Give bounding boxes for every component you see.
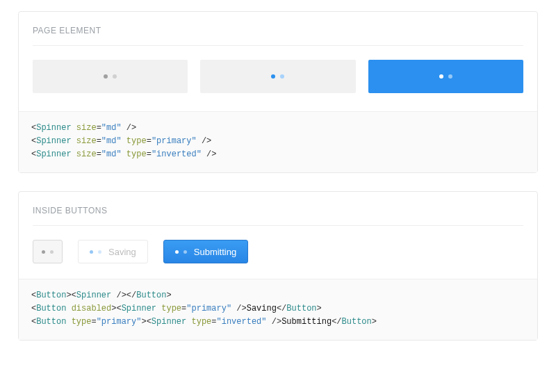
spinner-icon bbox=[42, 250, 54, 254]
spinner-tile-default bbox=[33, 60, 188, 93]
page-element-body: PAGE ELEMENT bbox=[19, 12, 537, 111]
page-element-card: PAGE ELEMENT <Spinner size="md" /> <Spin… bbox=[18, 11, 538, 173]
submitting-button[interactable]: Submitting bbox=[163, 240, 248, 263]
spinner-tile-inverted bbox=[368, 60, 523, 93]
code-snippet-inside-buttons: <Button><Spinner /></Button> <Button dis… bbox=[19, 279, 537, 340]
spinner-icon bbox=[439, 74, 452, 79]
spinner-icon bbox=[90, 250, 101, 254]
button-row: Saving Submitting bbox=[33, 240, 523, 263]
spinner-icon bbox=[271, 74, 284, 79]
spinner-tile-primary bbox=[200, 60, 355, 93]
code-snippet-page-element: <Spinner size="md" /> <Spinner size="md"… bbox=[19, 111, 537, 172]
spinner-icon bbox=[104, 74, 117, 79]
spinner-button-default[interactable] bbox=[33, 240, 63, 263]
inside-buttons-body: INSIDE BUTTONS Saving Submitting bbox=[19, 192, 537, 279]
spinner-icon bbox=[175, 250, 187, 254]
inside-buttons-title: INSIDE BUTTONS bbox=[33, 206, 523, 215]
saving-button-label: Saving bbox=[108, 247, 136, 257]
divider bbox=[33, 225, 523, 226]
inside-buttons-card: INSIDE BUTTONS Saving Submitting <B bbox=[18, 191, 538, 341]
saving-button[interactable]: Saving bbox=[78, 240, 148, 263]
spinner-tile-row bbox=[33, 60, 523, 93]
page-element-title: PAGE ELEMENT bbox=[33, 26, 523, 35]
submitting-button-label: Submitting bbox=[194, 247, 236, 257]
divider bbox=[33, 45, 523, 46]
